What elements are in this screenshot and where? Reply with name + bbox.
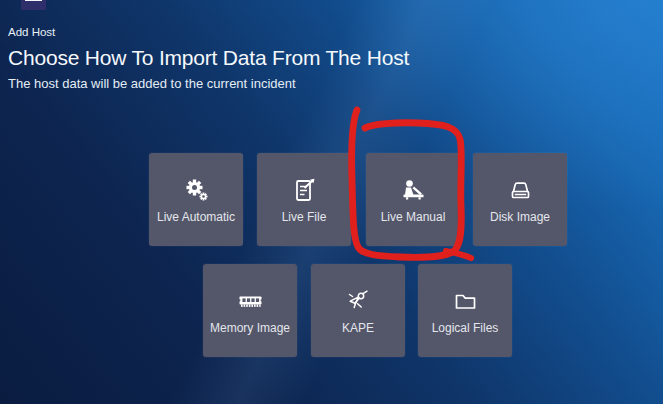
window-icon: [21, 0, 46, 10]
tile-live-file[interactable]: Live File: [257, 153, 351, 246]
tile-label: Live File: [282, 211, 327, 223]
tile-live-automatic[interactable]: Live Automatic: [149, 153, 243, 246]
tile-label: Logical Files: [432, 322, 499, 334]
page-subtitle: The host data will be added to the curre…: [8, 76, 296, 91]
folder-icon: [452, 288, 479, 315]
hard-drive-icon: [507, 177, 534, 204]
ram-icon: [237, 288, 264, 315]
breadcrumb: Add Host: [8, 26, 55, 38]
tile-label: Memory Image: [210, 322, 290, 334]
tile-kape[interactable]: KAPE: [311, 264, 405, 357]
person-laptop-icon: [400, 177, 427, 204]
window-icon-inner: [25, 0, 42, 1]
tile-live-manual[interactable]: Live Manual: [366, 153, 460, 246]
tile-memory-image[interactable]: Memory Image: [203, 264, 297, 357]
tile-label: Disk Image: [490, 211, 550, 223]
tile-logical-files[interactable]: Logical Files: [418, 264, 512, 357]
superhero-icon: [345, 288, 372, 315]
tile-label: Live Automatic: [157, 211, 235, 223]
tile-disk-image[interactable]: Disk Image: [473, 153, 567, 246]
file-edit-icon: [291, 177, 318, 204]
tile-label: KAPE: [342, 322, 374, 334]
tile-label: Live Manual: [381, 211, 446, 223]
page-title: Choose How To Import Data From The Host: [8, 46, 409, 70]
gears-icon: [183, 177, 210, 204]
